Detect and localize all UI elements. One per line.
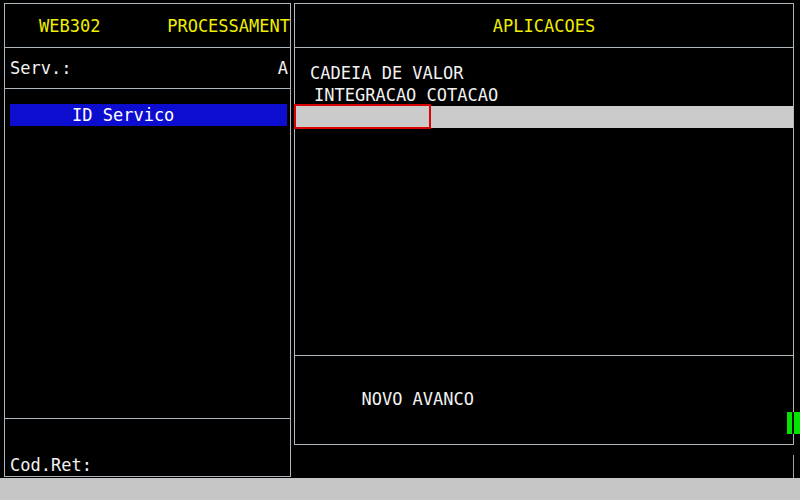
left-panel-titlebar: WEB302 PROCESSAMENT xyxy=(5,4,290,48)
footer-row-1: Cod.Ret: Descr.: xyxy=(5,432,290,454)
program-code-label: WEB302 xyxy=(5,16,100,36)
service-filter-row: Serv.: A xyxy=(5,48,290,89)
status-bar: BRW532 Page Up - Anterior Page Down - Pr… xyxy=(0,478,800,500)
list-item-novo-avanco-selected[interactable]: ûNOVO AVANCO xyxy=(295,106,793,128)
scrollbar-thumb[interactable] xyxy=(787,412,800,434)
selection-highlight-red-box xyxy=(294,104,431,129)
service-field-value[interactable]: A xyxy=(278,58,288,78)
footer-row-2: Dt.Atu.: Hr.Atu: xyxy=(5,454,290,476)
applications-titlebar: APLICACOES xyxy=(295,4,793,48)
applications-panel: APLICACOES CADEIA DE VALOR INTEGRACAO CO… xyxy=(294,3,794,445)
selected-item-label: ûNOVO AVANCO xyxy=(381,129,504,149)
processing-panel: WEB302 PROCESSAMENT Serv.: A ID Servico … xyxy=(4,3,291,477)
scrollbar-thumb-divider xyxy=(792,412,794,434)
list-item-cadeia-de-valor[interactable]: CADEIA DE VALOR xyxy=(295,62,793,84)
id-servico-column-header: ID Servico xyxy=(10,104,287,126)
service-browse-area: ID Servico xyxy=(5,89,290,418)
list-item-integracao-cotacao[interactable]: INTEGRACAO COTACAO xyxy=(295,84,793,106)
service-field-label: Serv.: xyxy=(10,58,71,78)
application-detail-box: NOVO AVANCO xyxy=(295,355,793,444)
border-artifact-line xyxy=(793,455,794,478)
terminal-screen: WEB302 PROCESSAMENT Serv.: A ID Servico … xyxy=(0,0,800,500)
applications-title: APLICACOES xyxy=(493,16,595,36)
application-detail-text: NOVO AVANCO xyxy=(361,389,474,409)
record-detail-footer: Cod.Ret: Descr.: Dt.Atu.: Hr.Atu: xyxy=(5,418,290,476)
applications-list: CADEIA DE VALOR INTEGRACAO COTACAO ûNOVO… xyxy=(295,62,793,128)
left-panel-title: PROCESSAMENT xyxy=(167,16,290,36)
